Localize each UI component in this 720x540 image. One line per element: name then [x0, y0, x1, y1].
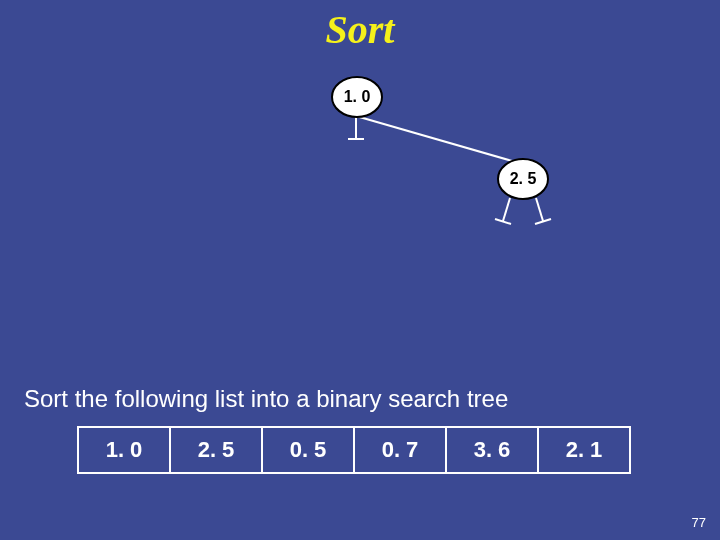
tree-diagram: 1. 0 2. 5 — [0, 0, 720, 380]
node-right-label: 2. 5 — [510, 170, 537, 187]
list-cell: 0. 7 — [354, 427, 446, 473]
node-root-label: 1. 0 — [344, 88, 371, 105]
list-cell: 0. 5 — [262, 427, 354, 473]
slide: Sort 1. 0 2. 5 Sort the following list i… — [0, 0, 720, 540]
prompt-text: Sort the following list into a binary se… — [24, 385, 508, 413]
stub-right-left — [503, 198, 510, 221]
list-cell: 3. 6 — [446, 427, 538, 473]
stub-right-right — [536, 198, 543, 221]
list-cell: 2. 5 — [170, 427, 262, 473]
page-number: 77 — [692, 515, 706, 530]
input-list-table: 1. 0 2. 5 0. 5 0. 7 3. 6 2. 1 — [77, 426, 631, 474]
list-cell: 1. 0 — [78, 427, 170, 473]
edge-root-right — [356, 116, 519, 163]
list-cell: 2. 1 — [538, 427, 630, 473]
